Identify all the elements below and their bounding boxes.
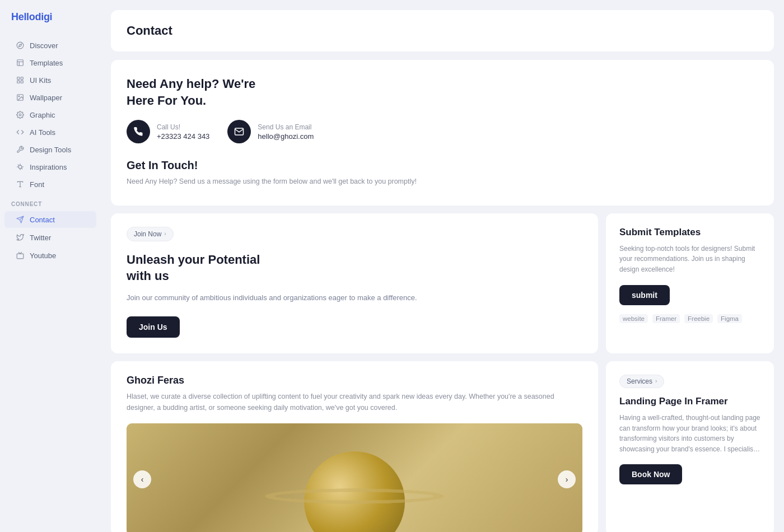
contact-heading: Need Any help? We're Here For You. xyxy=(127,76,758,109)
youtube-icon xyxy=(16,251,25,260)
bulb-icon xyxy=(16,162,25,171)
submit-card: Submit Templates Seeking top-notch tools… xyxy=(606,213,774,353)
sidebar-item-graphic-label: Graphic xyxy=(30,111,55,119)
phone-icon-circle xyxy=(127,120,150,143)
planet-ring-visual xyxy=(265,488,444,503)
landing-desc: Having a well-crafted, thought-out landi… xyxy=(619,413,760,454)
phone-label: Call Us! xyxy=(157,123,209,131)
email-label: Send Us an Email xyxy=(258,123,314,131)
font-icon xyxy=(16,180,25,189)
svg-rect-3 xyxy=(17,77,20,80)
sidebar-item-contact[interactable]: Contact xyxy=(4,211,96,228)
sidebar-item-templates-label: Templates xyxy=(30,59,63,67)
contact-methods: Call Us! +23323 424 343 Send Us an Email… xyxy=(127,120,758,143)
svg-rect-21 xyxy=(17,254,24,259)
brand-logo: Hellodigi xyxy=(0,11,101,36)
sidebar-item-wallpaper[interactable]: Wallpaper xyxy=(4,89,96,106)
email-address: hello@ghozi.com xyxy=(258,132,314,141)
svg-point-16 xyxy=(18,165,22,169)
svg-marker-1 xyxy=(19,44,22,47)
sidebar-item-designtools-label: Design Tools xyxy=(30,146,71,154)
sidebar-item-templates[interactable]: Templates xyxy=(4,54,96,71)
send-icon xyxy=(16,215,25,224)
submit-tags: website Framer Freebie Figma xyxy=(619,314,760,323)
settings-icon xyxy=(16,110,25,119)
sidebar-item-font[interactable]: Font xyxy=(4,176,96,193)
sidebar-item-discover[interactable]: Discover xyxy=(4,37,96,54)
squares-icon xyxy=(16,76,25,85)
svg-rect-4 xyxy=(21,77,23,80)
carousel-next-button[interactable]: › xyxy=(558,470,576,488)
landing-card: Services › Landing Page In Framer Having… xyxy=(606,361,774,532)
sidebar-item-inspirations-label: Inspirations xyxy=(30,163,67,171)
sidebar-item-design-tools[interactable]: Design Tools xyxy=(4,141,96,158)
landing-title: Landing Page In Framer xyxy=(619,396,760,407)
sidebar-item-contact-label: Contact xyxy=(30,216,55,224)
profile-card: Ghozi Feras Hlaset, we curate a diverse … xyxy=(111,361,598,532)
phone-info: Call Us! +23323 424 343 xyxy=(157,123,209,141)
submit-button[interactable]: submit xyxy=(619,285,670,305)
services-badge-chevron-icon: › xyxy=(655,378,657,384)
page-header: Contact xyxy=(111,10,774,52)
carousel-image xyxy=(127,423,582,532)
email-icon-circle xyxy=(227,120,251,143)
email-info: Send Us an Email hello@ghozi.com xyxy=(258,123,314,141)
sidebar-item-twitter-label: Twitter xyxy=(30,234,51,242)
phone-method: Call Us! +23323 424 343 xyxy=(127,120,209,143)
phone-number: +23323 424 343 xyxy=(157,132,209,141)
join-card: Join Now › Unleash your Potential with u… xyxy=(111,213,598,353)
svg-line-13 xyxy=(21,168,22,169)
submit-card-desc: Seeking top-notch tools for designers! S… xyxy=(619,244,760,275)
svg-rect-6 xyxy=(21,81,23,83)
get-in-touch-heading: Get In Touch! xyxy=(127,159,758,172)
svg-point-8 xyxy=(18,96,20,97)
bottom-row: Ghozi Feras Hlaset, we curate a diverse … xyxy=(111,361,774,532)
profile-name: Ghozi Feras xyxy=(127,375,582,386)
sidebar-item-ai-tools[interactable]: AI Tools xyxy=(4,124,96,141)
join-heading: Unleash your Potential with us xyxy=(127,251,582,284)
sidebar-item-ui-kits[interactable]: UI Kits xyxy=(4,72,96,88)
connect-section-label: CONNECT xyxy=(0,193,101,211)
sidebar: Hellodigi Discover Templates UI Kits Wal… xyxy=(0,0,101,532)
carousel: ‹ › xyxy=(127,423,582,532)
join-us-button[interactable]: Join Us xyxy=(127,316,180,338)
carousel-prev-button[interactable]: ‹ xyxy=(133,470,151,488)
sidebar-item-inspirations[interactable]: Inspirations xyxy=(4,158,96,175)
svg-rect-5 xyxy=(17,81,20,83)
image-icon xyxy=(16,93,25,102)
sidebar-item-uikits-label: UI Kits xyxy=(30,76,51,85)
twitter-icon xyxy=(16,233,25,242)
contact-section: Need Any help? We're Here For You. Call … xyxy=(111,60,774,206)
sidebar-item-youtube-label: Youtube xyxy=(30,251,56,260)
sidebar-item-discover-label: Discover xyxy=(30,41,58,50)
profile-desc: Hlaset, we curate a diverse collection o… xyxy=(127,391,582,413)
get-in-touch-desc: Need Any Help? Send us a message using t… xyxy=(127,176,758,187)
layout-icon xyxy=(16,58,25,67)
join-description: Join our community of ambitious individu… xyxy=(127,292,582,304)
tag-freebie: Freebie xyxy=(684,314,713,323)
badge-chevron-icon: › xyxy=(164,231,166,237)
svg-point-9 xyxy=(19,114,21,116)
submit-card-title: Submit Templates xyxy=(619,227,760,238)
middle-row: Join Now › Unleash your Potential with u… xyxy=(111,213,774,353)
compass-icon xyxy=(16,41,25,50)
sidebar-item-twitter[interactable]: Twitter xyxy=(4,229,96,246)
page-title: Contact xyxy=(127,24,758,38)
services-badge: Services › xyxy=(619,375,664,388)
sidebar-item-aitools-label: AI Tools xyxy=(30,128,55,137)
svg-line-12 xyxy=(18,165,19,166)
tag-framer: Framer xyxy=(652,314,680,323)
code-icon xyxy=(16,128,25,137)
email-method: Send Us an Email hello@ghozi.com xyxy=(227,120,314,143)
svg-rect-2 xyxy=(17,60,24,66)
sidebar-item-font-label: Font xyxy=(30,180,44,189)
sidebar-item-wallpaper-label: Wallpaper xyxy=(30,94,62,102)
sidebar-item-youtube[interactable]: Youtube xyxy=(4,247,96,264)
main-content: Contact Need Any help? We're Here For Yo… xyxy=(101,0,784,532)
svg-point-0 xyxy=(17,42,24,49)
sidebar-item-graphic[interactable]: Graphic xyxy=(4,106,96,123)
tag-figma: Figma xyxy=(717,314,742,323)
join-now-badge: Join Now › xyxy=(127,227,174,241)
book-now-button[interactable]: Book Now xyxy=(619,464,682,484)
sidebar-nav: Discover Templates UI Kits Wallpaper Gra… xyxy=(0,36,101,193)
